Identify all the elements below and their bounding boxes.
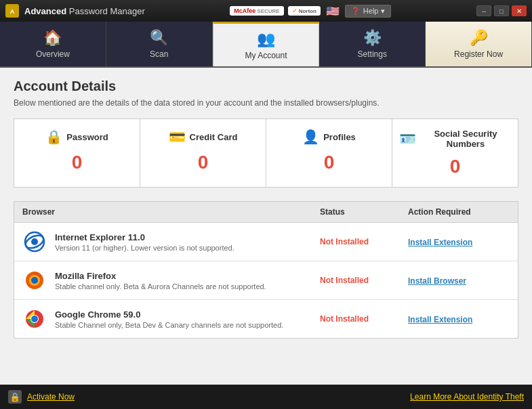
- register-icon: 🔑: [470, 29, 488, 47]
- col-browser-header: Browser: [22, 207, 320, 217]
- app-title: Advanced Password Manager: [24, 6, 145, 16]
- profiles-card-icon: 👤: [302, 129, 319, 145]
- identity-theft-link[interactable]: Learn More About Identity Theft: [410, 392, 524, 402]
- ie-icon: [22, 230, 47, 254]
- flag-icon[interactable]: 🇺🇸: [326, 5, 340, 18]
- ssn-count: 0: [399, 156, 511, 177]
- chrome-info: Google Chrome 59.0 Stable Channel only, …: [22, 307, 320, 331]
- profiles-card-label: Profiles: [323, 132, 356, 142]
- ie-info: Internet Explorer 11.0 Version 11 (or hi…: [22, 230, 320, 254]
- creditcard-card-label: Credit Card: [190, 132, 238, 142]
- norton-badge: ✓ Norton: [288, 6, 321, 16]
- ssn-card-label: Social Security Numbers: [420, 129, 511, 149]
- firefox-action[interactable]: Install Browser: [408, 276, 510, 286]
- chrome-action[interactable]: Install Extension: [408, 314, 510, 324]
- tab-registernow[interactable]: 🔑 Register Now: [426, 22, 532, 66]
- mcafee-badge: McAfee SECURE: [230, 6, 283, 16]
- browser-row-ie: Internet Explorer 11.0 Version 11 (or hi…: [14, 223, 518, 261]
- main-content: Account Details Below mentioned are the …: [0, 68, 532, 385]
- card-ssn: 🪪 Social Security Numbers 0: [392, 119, 518, 187]
- tab-settings-label: Settings: [358, 49, 387, 59]
- settings-icon: ⚙️: [363, 29, 382, 47]
- browser-table: Browser Status Action Required Internet …: [14, 201, 518, 339]
- ssn-card-icon: 🪪: [399, 131, 416, 147]
- ie-name: Internet Explorer 11.0: [55, 232, 234, 242]
- chrome-icon: [22, 307, 47, 331]
- ie-desc: Version 11 (or higher). Lower version is…: [55, 244, 234, 252]
- card-password: 🔒 Password 0: [14, 119, 140, 187]
- password-card-icon: 🔒: [45, 129, 62, 145]
- card-profiles: 👤 Profiles 0: [266, 119, 392, 187]
- creditcard-card-icon: 💳: [169, 129, 186, 145]
- firefox-desc: Stable channel only. Beta & Aurora Chann…: [55, 282, 266, 290]
- password-card-label: Password: [66, 132, 108, 142]
- tab-settings[interactable]: ⚙️ Settings: [319, 22, 426, 66]
- account-title: Account Details: [14, 79, 518, 94]
- ie-status: Not Installed: [320, 237, 408, 246]
- firefox-name: Mozilla Firefox: [55, 271, 266, 281]
- title-bar: A Advanced Password Manager McAfee SECUR…: [0, 0, 532, 22]
- account-subtitle: Below mentioned are the details of the d…: [14, 98, 518, 108]
- help-button[interactable]: ❓ Help ▾: [345, 5, 392, 18]
- svg-point-7: [31, 277, 38, 284]
- browser-row-chrome: Google Chrome 59.0 Stable Channel only, …: [14, 300, 518, 338]
- chrome-action-link[interactable]: Install Extension: [408, 315, 472, 324]
- profiles-count: 0: [273, 152, 385, 173]
- chrome-desc: Stable Channel only, Beta Dev & Canary c…: [55, 321, 283, 329]
- card-creditcard: 💳 Credit Card 0: [140, 119, 266, 187]
- lock-icon: 🔒: [8, 390, 22, 404]
- activate-label[interactable]: Activate Now: [27, 392, 75, 402]
- scan-icon: 🔍: [150, 29, 168, 47]
- myaccount-icon: 👥: [257, 30, 275, 48]
- tab-myaccount-label: My Account: [245, 51, 287, 60]
- chrome-text: Google Chrome 59.0 Stable Channel only, …: [55, 309, 283, 329]
- security-badges: McAfee SECURE ✓ Norton 🇺🇸 ❓ Help ▾: [230, 5, 391, 18]
- tab-myaccount[interactable]: 👥 My Account: [213, 22, 320, 66]
- tab-bar: 🏠 Overview 🔍 Scan 👥 My Account ⚙️ Settin…: [0, 22, 532, 68]
- tab-overview-label: Overview: [36, 49, 70, 59]
- chrome-name: Google Chrome 59.0: [55, 309, 283, 320]
- svg-point-4: [31, 238, 38, 245]
- table-header: Browser Status Action Required: [14, 202, 518, 223]
- close-button[interactable]: ✕: [512, 5, 527, 16]
- minimize-button[interactable]: –: [476, 5, 491, 16]
- password-count: 0: [21, 152, 133, 173]
- firefox-text: Mozilla Firefox Stable channel only. Bet…: [55, 271, 266, 290]
- svg-text:A: A: [10, 8, 15, 15]
- chrome-status: Not Installed: [320, 314, 408, 324]
- ie-text: Internet Explorer 11.0 Version 11 (or hi…: [55, 232, 234, 252]
- browser-row-firefox: Mozilla Firefox Stable channel only. Bet…: [14, 261, 518, 300]
- tab-scan-label: Scan: [150, 49, 168, 59]
- app-logo: A: [5, 4, 19, 18]
- bottom-bar: 🔒 Activate Now Learn More About Identity…: [0, 385, 532, 409]
- firefox-icon: [22, 268, 47, 293]
- tab-scan[interactable]: 🔍 Scan: [106, 22, 213, 66]
- restore-button[interactable]: □: [494, 5, 509, 16]
- overview-icon: 🏠: [43, 29, 62, 47]
- activate-button[interactable]: 🔒 Activate Now: [8, 390, 75, 404]
- ie-action-link[interactable]: Install Extension: [408, 238, 472, 247]
- data-cards: 🔒 Password 0 💳 Credit Card 0 👤 Profiles …: [14, 119, 518, 188]
- svg-point-10: [31, 316, 38, 322]
- firefox-status: Not Installed: [320, 276, 408, 285]
- tab-registernow-label: Register Now: [454, 49, 503, 59]
- tab-overview[interactable]: 🏠 Overview: [0, 22, 106, 66]
- firefox-action-link[interactable]: Install Browser: [408, 276, 466, 286]
- col-action-header: Action Required: [408, 207, 510, 217]
- ie-action[interactable]: Install Extension: [408, 237, 510, 247]
- firefox-info: Mozilla Firefox Stable channel only. Bet…: [22, 268, 320, 293]
- creditcard-count: 0: [147, 152, 259, 173]
- col-status-header: Status: [320, 207, 408, 217]
